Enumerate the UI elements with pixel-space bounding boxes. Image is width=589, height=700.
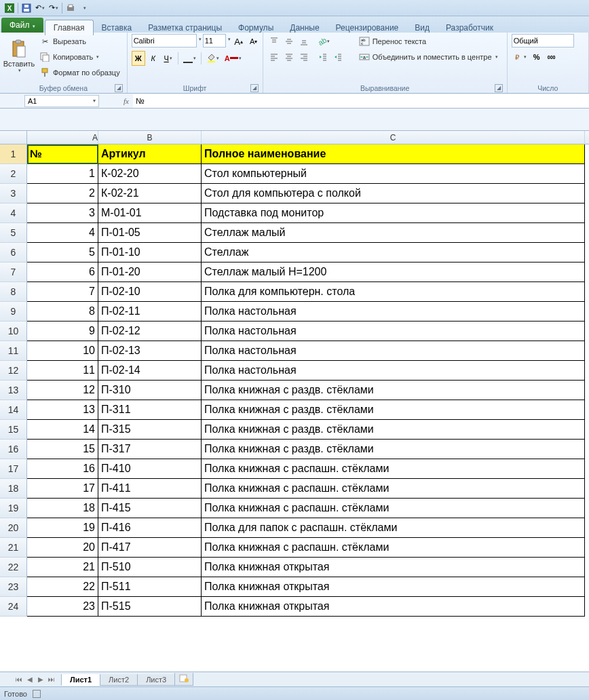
font-name-combo[interactable] [132, 34, 197, 47]
cell[interactable]: Стеллаж малый Н=1200 [202, 262, 585, 282]
align-left-button[interactable] [267, 50, 281, 64]
font-launcher[interactable]: ◢ [250, 84, 259, 92]
cell[interactable]: П-415 [98, 499, 202, 518]
cell[interactable]: 13 [27, 400, 98, 420]
cell[interactable]: 7 [27, 282, 98, 302]
shrink-font-button[interactable]: A▾ [247, 34, 261, 49]
cell[interactable]: К-02-20 [98, 164, 202, 184]
cell[interactable]: 22 [27, 577, 98, 597]
cell[interactable]: Полка настольная [202, 341, 585, 361]
alignment-launcher[interactable]: ◢ [495, 84, 503, 92]
cell[interactable]: П-510 [98, 558, 202, 577]
fx-button[interactable]: fx [119, 97, 133, 105]
cell[interactable]: П-315 [98, 420, 202, 440]
cell[interactable]: Стеллаж малый [202, 223, 585, 243]
cell[interactable]: Полка книжная открытая [202, 577, 585, 597]
cell[interactable]: 8 [27, 302, 98, 322]
cell[interactable]: 1 [27, 164, 98, 184]
cell[interactable]: 4 [27, 223, 98, 243]
cell[interactable]: Артикул [98, 144, 202, 164]
decrease-indent-button[interactable] [316, 50, 330, 64]
row-header[interactable]: 4 [0, 203, 27, 223]
cell[interactable]: Подставка под монитор [202, 203, 585, 223]
number-format-combo[interactable] [512, 34, 574, 47]
cell[interactable]: Полка книжная с распашн. стёклами [202, 479, 585, 499]
cell[interactable]: 9 [27, 322, 98, 341]
row-header[interactable]: 13 [0, 381, 27, 400]
italic-button[interactable]: К [147, 51, 160, 66]
sheet-tab[interactable]: Лист2 [100, 674, 138, 686]
cell[interactable]: Полка книжная открытая [202, 597, 585, 617]
cell[interactable]: 15 [27, 440, 98, 459]
cell[interactable]: К-02-21 [98, 184, 202, 203]
select-all-corner[interactable] [0, 131, 27, 144]
merge-center-button[interactable]: aОбъединить и поместить в центре ▾ [356, 50, 501, 64]
align-center-button[interactable] [282, 50, 296, 64]
cell[interactable]: Полка книжная с раздв. стёклами [202, 420, 585, 440]
cell[interactable]: 20 [27, 538, 98, 558]
cell[interactable]: Полка книжная с распашн. стёклами [202, 499, 585, 518]
column-header-b[interactable]: B [98, 131, 202, 144]
copy-button[interactable]: Копировать ▾ [37, 50, 123, 64]
row-header[interactable]: 2 [0, 164, 27, 184]
row-header[interactable]: 9 [0, 302, 27, 322]
align-bottom-button[interactable] [297, 34, 311, 49]
format-painter-button[interactable]: Формат по образцу [37, 65, 123, 80]
cell[interactable]: Полка настольная [202, 302, 585, 322]
row-header[interactable]: 23 [0, 577, 27, 597]
cell[interactable]: П-410 [98, 459, 202, 479]
font-size-combo[interactable] [203, 34, 226, 47]
cell[interactable]: 11 [27, 361, 98, 381]
cell[interactable]: Полка книжная с раздв. стёклами [202, 381, 585, 400]
cut-button[interactable]: ✂Вырезать [37, 34, 123, 49]
row-header[interactable]: 10 [0, 322, 27, 341]
sheet-nav-prev[interactable]: ◀ [24, 674, 35, 685]
cell[interactable]: Стол для компьютера с полкой [202, 184, 585, 203]
cell[interactable]: Полка для папок с распашн. стёклами [202, 518, 585, 538]
new-sheet-button[interactable] [174, 673, 193, 686]
cell[interactable]: 6 [27, 262, 98, 282]
underline-button[interactable]: Ч▾ [162, 51, 175, 66]
cell[interactable]: 16 [27, 459, 98, 479]
cell[interactable]: П-417 [98, 538, 202, 558]
cell[interactable]: 18 [27, 499, 98, 518]
cell[interactable]: П-02-12 [98, 322, 202, 341]
cell[interactable]: П-02-10 [98, 282, 202, 302]
cell[interactable]: Стол компьютерный [202, 164, 585, 184]
row-header[interactable]: 5 [0, 223, 27, 243]
row-header[interactable]: 14 [0, 400, 27, 420]
save-icon[interactable] [20, 2, 33, 14]
cell[interactable]: П-317 [98, 440, 202, 459]
cell[interactable]: П-01-20 [98, 262, 202, 282]
cell[interactable]: 21 [27, 558, 98, 577]
wrap-text-button[interactable]: abcПеренос текста [356, 34, 501, 49]
cell[interactable]: П-02-14 [98, 361, 202, 381]
row-header[interactable]: 3 [0, 184, 27, 203]
cell[interactable]: Полка книжная с раздв. стёклами [202, 400, 585, 420]
undo-icon[interactable]: ↶▾ [33, 2, 47, 14]
cell[interactable]: П-416 [98, 518, 202, 538]
cell[interactable]: Полка настольная [202, 361, 585, 381]
row-header[interactable]: 6 [0, 243, 27, 262]
row-header[interactable]: 20 [0, 518, 27, 538]
borders-button[interactable]: ▾ [181, 51, 198, 66]
cell[interactable]: П-02-13 [98, 341, 202, 361]
cell[interactable]: П-01-10 [98, 243, 202, 262]
cell[interactable]: П-511 [98, 577, 202, 597]
font-color-button[interactable]: A▾ [223, 51, 244, 66]
paste-button[interactable]: Вставить ▾ [4, 34, 34, 79]
align-right-button[interactable] [297, 50, 311, 64]
cell[interactable]: П-515 [98, 597, 202, 617]
row-header[interactable]: 1 [0, 144, 27, 164]
cell[interactable]: № [27, 144, 98, 164]
cell[interactable]: М-01-01 [98, 203, 202, 223]
cell[interactable]: Полное наименование [202, 144, 585, 164]
cell[interactable]: Полка книжная открытая [202, 558, 585, 577]
cell[interactable]: П-310 [98, 381, 202, 400]
cell[interactable]: П-311 [98, 400, 202, 420]
clipboard-launcher[interactable]: ◢ [115, 84, 123, 92]
row-header[interactable]: 8 [0, 282, 27, 302]
cell[interactable]: 17 [27, 479, 98, 499]
orientation-button[interactable]: ab▾ [316, 34, 332, 49]
formula-input[interactable] [133, 94, 589, 108]
